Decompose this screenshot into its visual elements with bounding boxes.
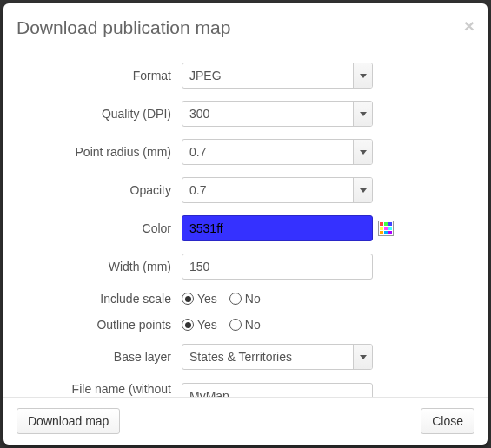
row-outline-points: Outline points Yes No xyxy=(17,318,474,332)
label-outline-points: Outline points xyxy=(17,318,182,332)
include-scale-radio-group: Yes No xyxy=(182,292,474,306)
quality-value: 300 xyxy=(189,107,353,121)
label-point-radius: Point radius (mm) xyxy=(17,145,182,159)
quality-select[interactable]: 300 xyxy=(182,101,373,127)
label-format: Format xyxy=(17,69,182,82)
outline-points-yes[interactable]: Yes xyxy=(182,318,217,332)
row-quality: Quality (DPI) 300 xyxy=(17,101,474,127)
color-picker-icon[interactable] xyxy=(378,221,394,236)
close-button[interactable]: Close xyxy=(421,408,474,434)
label-include-scale: Include scale xyxy=(17,292,182,306)
width-input[interactable] xyxy=(182,254,373,280)
point-radius-select[interactable]: 0.7 xyxy=(182,139,373,165)
chevron-down-icon xyxy=(353,140,372,164)
radio-icon xyxy=(182,319,194,331)
row-file-name: File name (without extension) xyxy=(17,382,474,397)
modal-header: Download publication map × xyxy=(3,3,488,49)
outline-points-no[interactable]: No xyxy=(229,318,261,332)
row-point-radius: Point radius (mm) 0.7 xyxy=(17,139,474,165)
download-publication-map-modal: Download publication map × Format JPEG Q… xyxy=(3,3,488,445)
modal-footer: Download map Close xyxy=(3,397,488,445)
format-select[interactable]: JPEG xyxy=(182,63,373,89)
chevron-down-icon xyxy=(353,63,372,88)
label-opacity: Opacity xyxy=(17,183,182,197)
modal-body: Format JPEG Quality (DPI) 300 Point radi… xyxy=(3,49,488,397)
opacity-select[interactable]: 0.7 xyxy=(182,177,373,203)
label-width: Width (mm) xyxy=(17,260,182,273)
radio-icon xyxy=(229,319,242,331)
row-opacity: Opacity 0.7 xyxy=(17,177,474,203)
opacity-value: 0.7 xyxy=(189,183,353,197)
label-color: Color xyxy=(17,221,182,235)
radio-label-no: No xyxy=(245,292,261,306)
include-scale-yes[interactable]: Yes xyxy=(182,292,217,306)
label-base-layer: Base layer xyxy=(17,350,182,364)
row-include-scale: Include scale Yes No xyxy=(17,292,474,306)
radio-icon xyxy=(182,293,194,305)
chevron-down-icon xyxy=(353,178,372,202)
radio-label-yes: Yes xyxy=(197,318,217,332)
include-scale-no[interactable]: No xyxy=(229,292,261,306)
row-base-layer: Base layer States & Territories xyxy=(17,344,474,370)
base-layer-value: States & Territories xyxy=(189,350,353,364)
label-file-name: File name (without extension) xyxy=(17,382,182,397)
format-value: JPEG xyxy=(189,69,353,82)
download-map-button[interactable]: Download map xyxy=(17,408,120,434)
outline-points-radio-group: Yes No xyxy=(182,318,474,332)
label-quality: Quality (DPI) xyxy=(17,107,182,121)
row-color: Color xyxy=(17,215,474,241)
file-name-input[interactable] xyxy=(182,383,373,397)
chevron-down-icon xyxy=(353,102,372,126)
base-layer-select[interactable]: States & Territories xyxy=(182,344,373,370)
modal-title: Download publication map xyxy=(17,16,230,38)
point-radius-value: 0.7 xyxy=(189,145,353,159)
row-format: Format JPEG xyxy=(17,63,474,89)
close-icon[interactable]: × xyxy=(464,16,474,35)
row-width: Width (mm) xyxy=(17,254,474,280)
radio-label-no: No xyxy=(245,318,261,332)
color-input[interactable] xyxy=(182,215,373,241)
chevron-down-icon xyxy=(353,345,372,369)
radio-label-yes: Yes xyxy=(197,292,217,306)
radio-icon xyxy=(229,293,242,305)
